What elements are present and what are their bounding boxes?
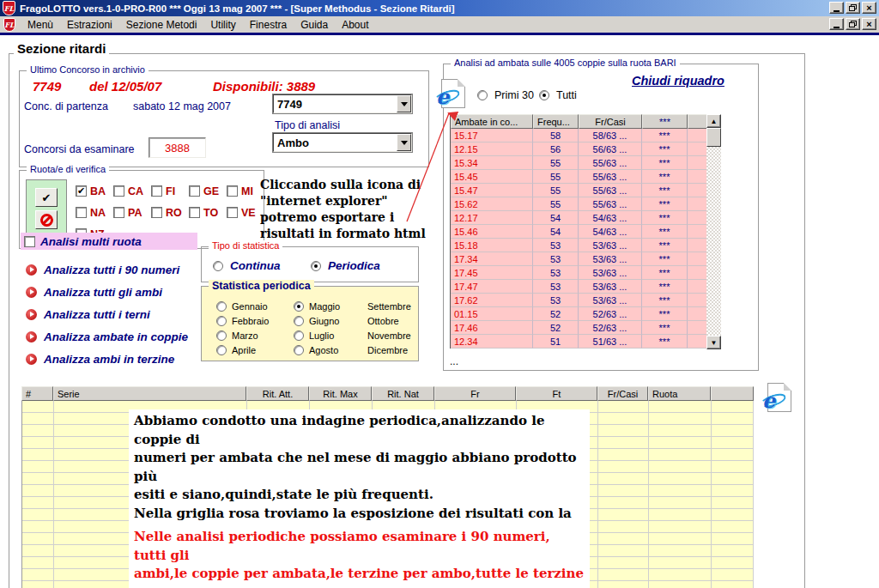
concorso-dropdown-arrow[interactable] [397, 95, 411, 112]
analysis-table-row[interactable]: 01.155252/63 ...*** [451, 307, 707, 321]
results-column-header[interactable]: Ruota [648, 386, 711, 401]
filter-radio[interactable] [539, 90, 549, 100]
menu-item-finestra[interactable]: Finestra [243, 18, 294, 32]
tipo-radio-periodica[interactable] [311, 261, 321, 271]
wheel-option-na[interactable]: NA [76, 207, 113, 219]
tipo-analisi-dropdown-arrow[interactable] [397, 134, 411, 151]
analysis-column-header[interactable]: Fr/Casi [579, 114, 642, 129]
month-option-marzo[interactable]: Marzo [216, 328, 269, 342]
tipo-analisi-dropdown[interactable]: Ambo [273, 133, 412, 152]
wheel-checkbox-mi[interactable] [227, 185, 238, 197]
analysis-table-row[interactable]: 15.345555/63 ...*** [451, 156, 707, 170]
results-column-header[interactable]: Rit. Max [309, 386, 372, 401]
chiudi-riquadro-link[interactable]: Chiudi riquadro [632, 74, 724, 88]
export-results-html-icon[interactable]: e [767, 383, 791, 412]
wheel-checkbox-fi[interactable] [151, 185, 162, 197]
wheel-option-ro[interactable]: RO [151, 207, 189, 219]
analysis-table-row[interactable]: 15.185353/63 ...*** [451, 239, 707, 252]
results-column-header[interactable]: Serie [53, 386, 246, 401]
wheel-checkbox-ge[interactable] [189, 185, 200, 197]
close-button[interactable]: × [862, 2, 876, 14]
menu-item-menù[interactable]: Menù [21, 18, 60, 32]
menu-item-utility[interactable]: Utility [203, 18, 242, 32]
wheel-checkbox-ca[interactable] [113, 185, 124, 197]
action-link[interactable]: Analizza tutti i terni [26, 303, 188, 325]
wheel-option-ve[interactable]: VE [227, 207, 264, 219]
month-option-febbraio[interactable]: Febbraio [216, 313, 269, 328]
action-link[interactable]: Analizza ambate in coppie [26, 325, 188, 348]
analysis-table-row[interactable]: 12.155656/63 ...*** [451, 142, 707, 156]
month-option-gennaio[interactable]: Gennaio [216, 299, 269, 313]
month-option-aprile[interactable]: Aprile [216, 342, 269, 357]
tipo-option-periodica[interactable]: Periodica [311, 259, 380, 272]
analysis-table-row[interactable]: 12.175454/63 ...*** [451, 211, 707, 225]
analysis-column-header[interactable]: Ambate in co... [451, 114, 533, 129]
wheel-option-fi[interactable]: FI [151, 185, 189, 197]
analysis-table-row[interactable]: 17.455353/63 ...*** [451, 266, 707, 280]
wheel-option-ge[interactable]: GE [189, 185, 227, 197]
month-option-maggio[interactable]: Maggio [294, 299, 340, 313]
month-radio-maggio[interactable] [294, 301, 304, 312]
scroll-thumb[interactable] [706, 128, 721, 147]
analysis-table-scrollbar[interactable]: ▲ ▼ [706, 114, 721, 349]
export-html-icon[interactable]: e [441, 79, 465, 108]
analysis-column-header[interactable]: Frequ... [533, 114, 579, 129]
analysis-table-row[interactable]: 15.475555/63 ...*** [451, 184, 707, 197]
mdi-close-button[interactable]: × [862, 18, 876, 30]
filter-option-primi-30[interactable]: Primi 30 [477, 89, 534, 101]
menu-item-about[interactable]: About [335, 18, 375, 32]
wheel-checkbox-ro[interactable] [151, 207, 162, 218]
wheel-checkbox-to[interactable] [189, 207, 200, 218]
month-radio-giugno[interactable] [294, 316, 304, 326]
analysis-table-row[interactable]: 15.455555/63 ...*** [451, 170, 707, 184]
select-all-wheels-button[interactable]: ✔ [35, 188, 58, 207]
multi-ruota-checkbox[interactable] [24, 236, 35, 247]
deselect-all-wheels-button[interactable] [35, 210, 58, 229]
analysis-column-header[interactable]: *** [642, 114, 688, 129]
analysis-table-row[interactable]: 15.175858/63 ...*** [451, 129, 707, 142]
wheel-option-pa[interactable]: PA [113, 207, 151, 219]
mdi-minimize-button[interactable] [829, 18, 844, 30]
analysis-table-row[interactable]: 15.625555/63 ...*** [451, 197, 707, 211]
mdi-restore-button[interactable] [846, 18, 860, 30]
month-radio-marzo[interactable] [216, 330, 227, 341]
results-column-header[interactable]: Rit. Att. [246, 386, 309, 401]
tipo-radio-continua[interactable] [213, 261, 223, 271]
menu-item-estrazioni[interactable]: Estrazioni [60, 18, 119, 32]
wheel-checkbox-na[interactable] [76, 207, 87, 218]
month-radio-agosto[interactable] [294, 345, 304, 355]
esaminare-input[interactable]: 3888 [149, 137, 206, 158]
month-radio-gennaio[interactable] [216, 301, 227, 312]
action-link[interactable]: Analizza ambi in terzine [26, 348, 188, 370]
action-link[interactable]: Analizza tutti i 90 numeri [26, 258, 188, 281]
wheel-option-ca[interactable]: CA [113, 185, 151, 197]
concorso-dropdown[interactable]: 7749 [273, 94, 412, 113]
month-option-luglio[interactable]: Luglio [294, 328, 340, 342]
analysis-table-row[interactable]: 17.465252/63 ...*** [451, 321, 707, 335]
wheel-checkbox-ve[interactable] [227, 207, 238, 218]
action-link[interactable]: Analizza tutti gli ambi [26, 281, 188, 303]
scroll-down-button[interactable]: ▼ [706, 336, 721, 349]
results-column-header[interactable]: Fr [434, 386, 516, 401]
analysis-table-row[interactable]: 17.625353/63 ...*** [451, 294, 707, 307]
wheel-option-ba[interactable]: ✔BA [76, 185, 113, 197]
menu-item-guida[interactable]: Guida [294, 18, 335, 32]
wheel-checkbox-pa[interactable] [113, 207, 124, 218]
multi-ruota-option[interactable]: Analisi multi ruota [21, 233, 197, 250]
results-column-header[interactable]: # [21, 386, 53, 401]
minimize-button[interactable] [829, 2, 844, 14]
results-column-header[interactable]: Fr/Casi [597, 386, 648, 401]
filter-option-tutti[interactable]: Tutti [539, 89, 577, 101]
analysis-table-row[interactable]: 17.345353/63 ...*** [451, 252, 707, 266]
results-column-header[interactable]: Rit. Nat [372, 386, 434, 401]
results-column-header[interactable]: Ft [516, 386, 597, 401]
month-option-agosto[interactable]: Agosto [294, 342, 340, 357]
month-radio-aprile[interactable] [216, 345, 227, 355]
filter-radio[interactable] [477, 90, 488, 100]
wheel-checkbox-ba[interactable]: ✔ [76, 185, 87, 197]
analysis-table-row[interactable]: 15.465454/63 ...*** [451, 225, 707, 239]
scroll-up-button[interactable]: ▲ [706, 114, 721, 128]
month-option-giugno[interactable]: Giugno [294, 313, 340, 328]
month-radio-luglio[interactable] [294, 330, 304, 341]
wheel-option-to[interactable]: TO [189, 207, 227, 219]
